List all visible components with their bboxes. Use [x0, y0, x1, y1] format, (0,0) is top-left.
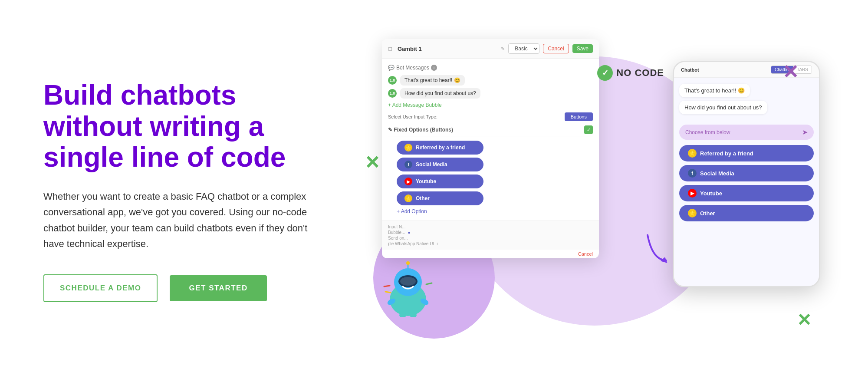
builder-footer-cancel[interactable]: Cancel	[382, 250, 599, 258]
footer-row-4: ple WhatsApp Native UI i	[388, 241, 593, 246]
user-input-row: Select User Input Type: Buttons	[388, 112, 593, 121]
svg-line-11	[384, 286, 390, 286]
phone-message-2: How did you find out about us?	[679, 101, 767, 114]
footer-row-3: Send on...	[388, 236, 593, 240]
footer-input-label: Input N...	[388, 224, 406, 229]
other-icon: 🌟	[404, 194, 412, 202]
headline: Build chatbots without writing a single …	[43, 80, 330, 173]
builder-edit-icon: ✎	[501, 46, 505, 52]
send-icon: ➤	[802, 128, 808, 136]
fixed-options-header: ✎ Fixed Options (Buttons) ✓	[388, 125, 593, 136]
phone-option-youtube[interactable]: ▶ Youtube	[679, 185, 814, 201]
facebook-icon: f	[404, 161, 412, 168]
phone-option-other[interactable]: 🌟 Other	[679, 205, 814, 221]
info-icon: i	[431, 65, 437, 71]
phone-mockup: Chatbot Chatbot TARS That's great to hea…	[673, 61, 820, 287]
no-code-badge: ✓ NO CODE	[597, 65, 664, 81]
phone-other-icon: 🌟	[688, 209, 697, 217]
phone-body: That's great to hear!! 😊 How did you fin…	[674, 78, 819, 286]
left-section: Build chatbots without writing a single …	[43, 80, 356, 302]
option-label-other: Other	[416, 195, 430, 201]
option-label-social: Social Media	[416, 161, 447, 168]
bubble-text-1: That's great to hear!! 😊	[400, 75, 465, 86]
chat-icon: 💬	[388, 65, 395, 71]
builder-cancel-button[interactable]: Cancel	[543, 44, 569, 53]
buttons-row: SCHEDULE A DEMO GET STARTED	[43, 274, 330, 302]
user-input-label: Select User Input Type:	[388, 114, 437, 119]
phone-input-row[interactable]: Choose from below ➤	[679, 125, 814, 140]
message-row-1: 1.0 That's great to hear!! 😊	[388, 75, 593, 86]
add-bubble-button[interactable]: + Add Message Bubble	[388, 102, 593, 108]
option-label-friend: Referred by a friend	[416, 145, 465, 151]
bubble-num-1: 1.0	[388, 76, 397, 85]
option-label-youtube: Youtube	[416, 178, 436, 184]
footer-row-2: Bubble... ●	[388, 230, 593, 235]
footer-row-1: Input N...	[388, 224, 593, 229]
get-started-button[interactable]: GET STARTED	[170, 275, 266, 301]
right-section: ✕ ✕ ✕ ✓ NO CODE ◻ Gambit 1 ✎ Basic Cance…	[356, 26, 833, 356]
option-btn-other[interactable]: 🌟 Other	[397, 191, 483, 205]
option-btn-social[interactable]: f Social Media	[397, 158, 483, 171]
builder-title: Gambit 1	[398, 46, 496, 52]
svg-point-4	[400, 277, 416, 286]
phone-option-youtube-label: Youtube	[700, 190, 722, 197]
builder-header: ◻ Gambit 1 ✎ Basic Cancel Save	[382, 39, 599, 59]
phone-friend-icon: 🌟	[688, 149, 697, 158]
phone-option-other-label: Other	[700, 210, 715, 217]
phone-option-friend-label: Referred by a friend	[700, 150, 753, 157]
footer-whatsapp-label: ple WhatsApp Native UI	[388, 241, 434, 246]
svg-line-13	[426, 283, 432, 284]
subtext: Whether you want to create a basic FAQ c…	[43, 189, 321, 252]
x-mark-bottom-right: ✕	[797, 310, 812, 330]
option-btn-youtube[interactable]: ▶ Youtube	[397, 175, 483, 188]
no-code-label: NO CODE	[616, 67, 664, 79]
footer-bubble-label: Bubble...	[388, 230, 405, 235]
bubble-num-2: 1.0	[388, 89, 397, 98]
phone-message-1: That's great to hear!! 😊	[679, 84, 750, 97]
x-mark-top-right: ✕	[783, 61, 799, 83]
phone-input-placeholder: Choose from below	[685, 129, 730, 135]
phone-option-social-label: Social Media	[700, 170, 734, 177]
builder-save-button[interactable]: Save	[572, 44, 593, 53]
builder-panel: ◻ Gambit 1 ✎ Basic Cancel Save 💬 Bot Mes…	[382, 39, 599, 258]
fixed-options-check: ✓	[584, 125, 593, 134]
message-row-2: 1.0 How did you find out about us?	[388, 88, 593, 99]
phone-youtube-icon: ▶	[688, 189, 697, 198]
footer-blue-dot: ●	[408, 230, 410, 235]
no-code-check-icon: ✓	[597, 65, 613, 81]
footer-send-label: Send on...	[388, 236, 408, 240]
builder-footer: Input N... Bubble... ● Send on... ple Wh…	[382, 221, 599, 250]
youtube-icon: ▶	[404, 178, 412, 185]
buttons-type-button[interactable]: Buttons	[565, 112, 593, 121]
builder-dropdown[interactable]: Basic	[508, 43, 539, 54]
phone-option-social[interactable]: f Social Media	[679, 165, 814, 181]
svg-line-12	[385, 292, 391, 293]
x-mark-left: ✕	[365, 152, 380, 173]
builder-body: 💬 Bot Messages i 1.0 That's great to hea…	[382, 59, 599, 221]
phone-option-friend[interactable]: 🌟 Referred by a friend	[679, 145, 814, 161]
phone-facebook-icon: f	[688, 169, 697, 178]
page-container: Build chatbots without writing a single …	[0, 0, 868, 382]
schedule-demo-button[interactable]: SCHEDULE A DEMO	[43, 274, 158, 302]
svg-point-6	[406, 261, 410, 265]
phone-header-title: Chatbot	[681, 67, 699, 72]
friend-icon: 🌟	[404, 144, 412, 151]
option-btn-friend[interactable]: 🌟 Referred by a friend	[397, 141, 483, 155]
footer-info-icon: i	[437, 241, 437, 246]
builder-icon: ◻	[388, 46, 392, 52]
bubble-text-2: How did you find out about us?	[400, 88, 480, 99]
bot-messages-label: 💬 Bot Messages i	[388, 65, 593, 71]
bot-character	[382, 260, 434, 317]
add-option-button[interactable]: + Add Option	[397, 208, 593, 214]
fixed-options-title: ✎ Fixed Options (Buttons)	[388, 127, 453, 133]
